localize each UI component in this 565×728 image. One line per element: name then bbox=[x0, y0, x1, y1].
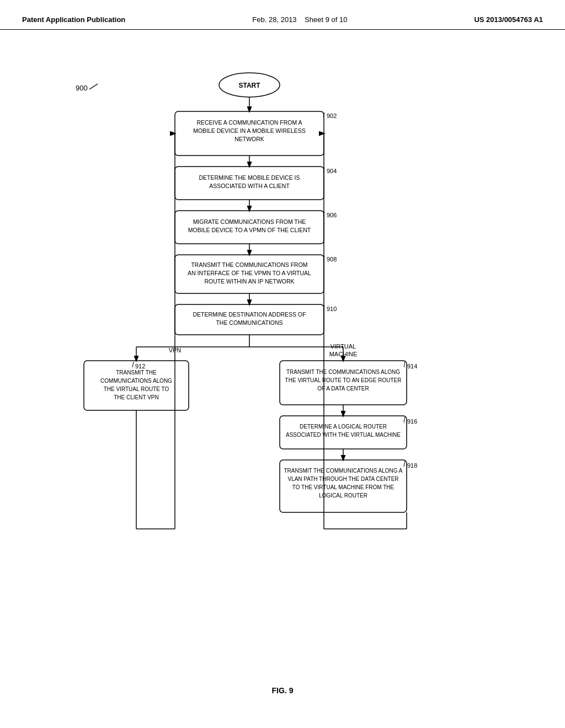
svg-text:COMMUNICATIONS ALONG: COMMUNICATIONS ALONG bbox=[100, 378, 172, 384]
svg-text:MOBILE DEVICE IN A MOBILE WIRE: MOBILE DEVICE IN A MOBILE WIRELESS bbox=[193, 127, 306, 134]
node-914-label: 914 bbox=[407, 363, 417, 370]
svg-line-33 bbox=[132, 362, 134, 367]
svg-line-0 bbox=[89, 84, 98, 89]
node-902-label: 902 bbox=[327, 113, 337, 119]
svg-text:THE VIRTUAL ROUTE TO: THE VIRTUAL ROUTE TO bbox=[104, 386, 169, 392]
page-header: Patent Application Publication Feb. 28, … bbox=[0, 0, 565, 30]
svg-text:AN INTERFACE OF THE VPMN TO A : AN INTERFACE OF THE VPMN TO A VIRTUAL bbox=[188, 270, 311, 276]
start-label: START bbox=[238, 82, 260, 89]
svg-text:NETWORK: NETWORK bbox=[234, 136, 264, 142]
node-916-label: 916 bbox=[407, 418, 417, 425]
node-912-label: 912 bbox=[135, 363, 145, 370]
header-right: US 2013/0054763 A1 bbox=[474, 15, 543, 24]
node-906-label: 906 bbox=[327, 212, 337, 218]
header-center: Feb. 28, 2013 Sheet 9 of 10 bbox=[252, 15, 347, 24]
node-906-text: MIGRATE COMMUNICATIONS FROM THE bbox=[193, 218, 306, 225]
diagram-label: 900 bbox=[76, 84, 88, 92]
header-sheet: Sheet 9 of 10 bbox=[305, 15, 347, 24]
svg-text:THE CLIENT VPN: THE CLIENT VPN bbox=[114, 394, 159, 400]
svg-text:THE COMMUNICATIONS: THE COMMUNICATIONS bbox=[216, 319, 282, 326]
svg-text:THE VIRTUAL ROUTE TO AN EDGE R: THE VIRTUAL ROUTE TO AN EDGE ROUTER bbox=[285, 377, 402, 383]
header-left: Patent Application Publication bbox=[22, 15, 125, 24]
header-date: Feb. 28, 2013 bbox=[252, 15, 296, 24]
svg-text:ROUTE WITHIN AN IP NETWORK: ROUTE WITHIN AN IP NETWORK bbox=[204, 278, 294, 285]
node-918-label: 918 bbox=[407, 462, 417, 469]
svg-line-37 bbox=[404, 362, 405, 367]
node-904-label: 904 bbox=[327, 168, 337, 174]
diagram-area: 900 START RECEIVE A COMMUNICATION FROM A… bbox=[0, 30, 565, 706]
flowchart-svg: 900 START RECEIVE A COMMUNICATION FROM A… bbox=[34, 41, 531, 675]
svg-text:TO THE VIRTUAL MACHINE FROM TH: TO THE VIRTUAL MACHINE FROM THE bbox=[292, 484, 395, 490]
node-910-label: 910 bbox=[327, 306, 337, 312]
node-910-text: DETERMINE DESTINATION ADDRESS OF bbox=[193, 311, 306, 318]
node-916-text: DETERMINE A LOGICAL ROUTER bbox=[300, 424, 387, 430]
svg-text:ASSOCIATED WITH THE VIRTUAL MA: ASSOCIATED WITH THE VIRTUAL MACHINE bbox=[286, 432, 401, 438]
node-908-label: 908 bbox=[327, 256, 337, 263]
node-914-text: TRANSMIT THE COMMUNICATIONS ALONG bbox=[286, 369, 400, 375]
svg-text:ASSOCIATED WITH A CLIENT: ASSOCIATED WITH A CLIENT bbox=[209, 183, 290, 189]
svg-text:OF A DATA CENTER: OF A DATA CENTER bbox=[317, 386, 369, 392]
node-912-text: TRANSMIT THE bbox=[116, 370, 157, 376]
node-908-text: TRANSMIT THE COMMUNICATIONS FROM bbox=[191, 261, 307, 268]
node-902-text: RECEIVE A COMMUNICATION FROM A bbox=[196, 119, 302, 126]
figure-label: FIG. 9 bbox=[11, 686, 554, 695]
svg-text:LOGICAL ROUTER: LOGICAL ROUTER bbox=[319, 493, 367, 499]
svg-text:VLAN PATH THROUGH THE DATA CEN: VLAN PATH THROUGH THE DATA CENTER bbox=[287, 476, 398, 482]
svg-line-47 bbox=[404, 461, 405, 467]
svg-line-41 bbox=[404, 417, 405, 422]
svg-text:MOBILE DEVICE TO A VPMN OF THE: MOBILE DEVICE TO A VPMN OF THE CLIENT bbox=[188, 227, 311, 233]
node-904-text: DETERMINE THE MOBILE DEVICE IS bbox=[199, 174, 300, 181]
node-918-text: TRANSMIT THE COMMUNICATIONS ALONG A bbox=[284, 468, 402, 474]
